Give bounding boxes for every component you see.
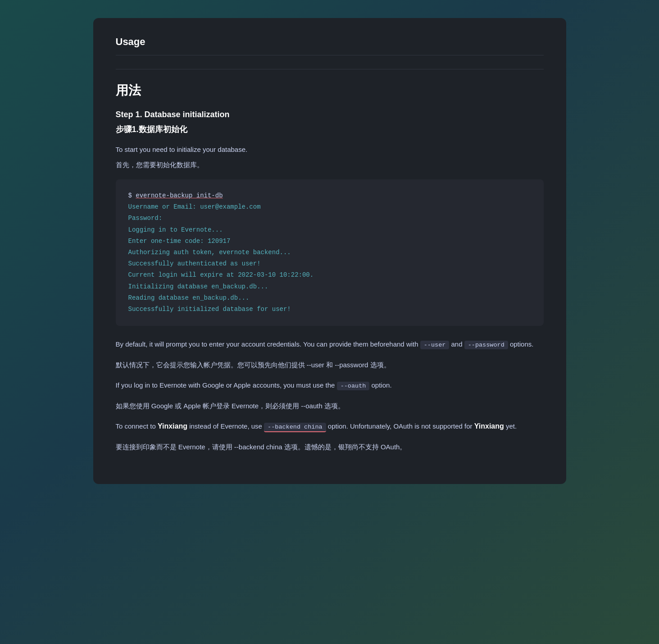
para3-bold-yinxiang: Yinxiang [158,422,187,430]
code-block: $ evernote-backup init-db Username or Em… [116,179,544,326]
code-output-line-3: Logging in to Evernote... [128,224,531,236]
para1-code-password: --password [464,341,508,349]
step1-desc-en: To start you need to initialize your dat… [116,144,544,155]
para3-text-mid: instead of Evernote, use [187,422,264,430]
para3-bold-yinxiang2: Yinxiang [474,422,504,430]
divider-top [116,69,544,69]
para1-text-pre: By default, it will prompt you to enter … [116,340,420,348]
code-output-line-9: Reading database en_backup.db... [128,292,531,304]
code-command: $ evernote-backup init-db [128,190,531,201]
section-title-cn: 用法 [116,82,544,99]
command-text: evernote-backup init-db [136,192,223,199]
main-card: Usage 用法 Step 1. Database initialization… [93,18,566,484]
code-output-line-8: Initializing database en_backup.db... [128,281,531,292]
code-output-line-5: Authorizing auth token, evernote backend… [128,247,531,258]
step1-title-cn: 步骤1.数据库初始化 [116,124,544,135]
code-output-line-6: Successfully authenticated as user! [128,258,531,269]
para1-block: By default, it will prompt you to enter … [116,338,544,350]
para3-text-post: option. Unfortunately, OAuth is not supp… [326,422,474,430]
para2-cn: 如果您使用 Google 或 Apple 帐户登录 Evernote，则必须使用… [116,400,544,412]
page-title: Usage [116,36,544,55]
para2-text-post: option. [369,381,391,389]
para3-text-end: yet. [504,422,517,430]
code-output-line-2: Password: [128,213,531,224]
code-output-line-10: Successfully initialized database for us… [128,304,531,315]
code-output-line-7: Current login will expire at 2022-03-10 … [128,269,531,281]
para1-text-mid: and [449,340,464,348]
para2-block: If you log in to Evernote with Google or… [116,379,544,391]
prompt-symbol: $ [128,192,136,199]
step1-desc-cn: 首先，您需要初始化数据库。 [116,159,544,171]
code-output-line-4: Enter one-time code: 120917 [128,236,531,247]
para3-text-pre: To connect to [116,422,158,430]
para1-cn: 默认情况下，它会提示您输入帐户凭据。您可以预先向他们提供 --user 和 --… [116,359,544,371]
para1-code-user: --user [420,341,450,349]
para2-text-pre: If you log in to Evernote with Google or… [116,381,337,389]
code-output-line-1: Username or Email: user@example.com [128,201,531,213]
para3-code-backend: --backend china [264,423,326,432]
para3-block: To connect to Yinxiang instead of Everno… [116,420,544,432]
step1-title-en: Step 1. Database initialization [116,110,544,119]
para2-code-oauth: --oauth [337,382,370,390]
para3-cn: 要连接到印象而不是 Evernote，请使用 --backend china 选… [116,441,544,453]
para1-text-end: options. [508,340,534,348]
